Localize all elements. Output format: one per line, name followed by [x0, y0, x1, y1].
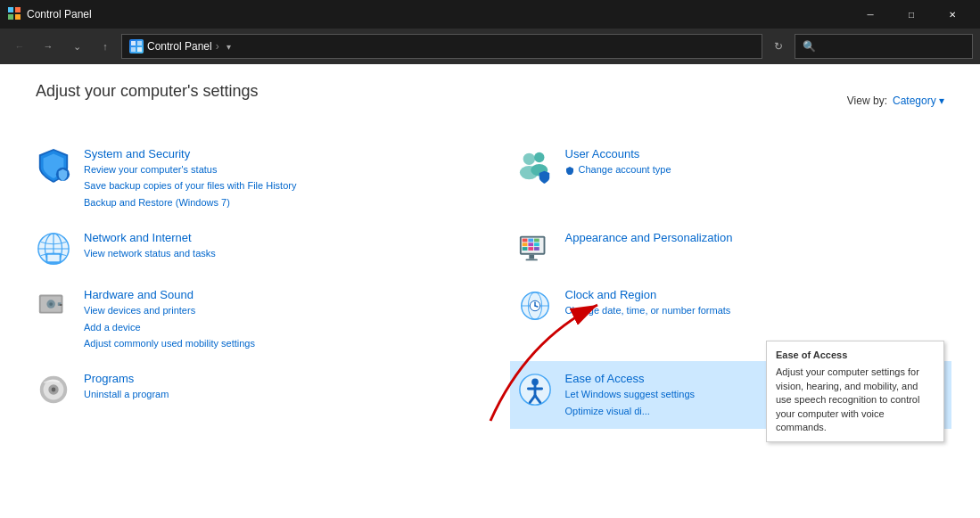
hardware-sound-title[interactable]: Hardware and Sound [84, 288, 255, 301]
category-system-security[interactable]: System and Security Review your computer… [36, 136, 464, 220]
svg-point-11 [534, 152, 544, 162]
svg-point-9 [523, 153, 534, 165]
svg-rect-4 [131, 41, 136, 45]
svg-rect-0 [8, 7, 13, 12]
ease-of-access-sub2[interactable]: Optimize visual di... [565, 405, 696, 418]
system-security-text: System and Security Review your computer… [84, 147, 296, 210]
search-icon: 🔍 [803, 40, 816, 53]
hardware-sound-sub1[interactable]: View devices and printers [84, 304, 255, 317]
svg-point-35 [49, 302, 53, 306]
svg-rect-5 [137, 41, 142, 45]
user-accounts-title[interactable]: User Accounts [565, 147, 671, 160]
network-internet-icon [36, 231, 71, 267]
ease-of-access-title[interactable]: Ease of Access [565, 372, 696, 385]
category-network-internet[interactable]: Network and Internet View network status… [36, 220, 464, 277]
tooltip-title: Ease of Access [776, 349, 935, 362]
hardware-sound-text: Hardware and Sound View devices and prin… [84, 288, 255, 350]
up-button[interactable]: ↑ [93, 34, 118, 59]
close-button[interactable]: ✕ [932, 0, 973, 29]
clock-region-title[interactable]: Clock and Region [565, 288, 731, 301]
ease-of-access-icon [517, 372, 553, 407]
svg-rect-2 [8, 14, 13, 20]
appearance-text: Appearance and Personalization [565, 231, 733, 244]
svg-rect-3 [15, 14, 21, 20]
view-by-label: View by: [847, 95, 887, 107]
svg-rect-26 [534, 243, 539, 247]
svg-rect-7 [137, 47, 142, 52]
address-text: Control Panel [147, 40, 212, 53]
view-by: View by: Category ▾ [847, 95, 944, 107]
programs-sub1[interactable]: Uninstall a program [84, 388, 169, 401]
view-by-value[interactable]: Category ▾ [893, 95, 944, 107]
svg-rect-29 [534, 247, 539, 251]
forward-button[interactable]: → [36, 34, 61, 59]
svg-rect-27 [522, 247, 527, 251]
svg-rect-30 [529, 255, 534, 259]
maximize-button[interactable]: □ [891, 0, 932, 29]
user-accounts-icon [517, 147, 553, 183]
ease-of-access-text: Ease of Access Let Windows suggest setti… [565, 372, 696, 418]
ease-of-access-sub1[interactable]: Let Windows suggest settings [565, 388, 696, 401]
refresh-button[interactable]: ↻ [766, 34, 791, 59]
hardware-sound-icon [36, 288, 71, 324]
title-bar: Control Panel ─ □ ✕ [0, 0, 980, 29]
minimize-button[interactable]: ─ [850, 0, 891, 29]
search-bar[interactable]: 🔍 [795, 34, 973, 59]
svg-rect-37 [60, 304, 62, 306]
header-row: Adjust your computer's settings View by:… [36, 82, 944, 119]
svg-point-47 [52, 388, 56, 392]
svg-rect-28 [528, 247, 533, 251]
svg-rect-25 [528, 243, 533, 247]
svg-rect-23 [534, 239, 539, 243]
svg-line-43 [535, 306, 538, 307]
system-security-icon [36, 147, 71, 183]
appearance-title[interactable]: Appearance and Personalization [565, 231, 733, 244]
appearance-icon [517, 231, 553, 267]
system-security-sub3[interactable]: Backup and Restore (Windows 7) [84, 196, 296, 210]
app-icon [7, 6, 21, 23]
network-internet-title[interactable]: Network and Internet [84, 231, 216, 244]
svg-rect-21 [522, 239, 527, 243]
programs-icon [36, 372, 71, 407]
window-controls: ─ □ ✕ [850, 0, 973, 29]
programs-title[interactable]: Programs [84, 372, 169, 385]
address-separator: › [216, 40, 219, 53]
system-security-title[interactable]: System and Security [84, 147, 296, 160]
address-icon [129, 39, 144, 53]
hardware-sound-sub3[interactable]: Adjust commonly used mobility settings [84, 337, 255, 350]
back-button[interactable]: ← [7, 34, 32, 59]
address-chevron: ▾ [226, 42, 231, 52]
svg-rect-24 [522, 243, 527, 247]
tooltip-body: Adjust your computer settings for vision… [776, 366, 935, 434]
network-internet-text: Network and Internet View network status… [84, 231, 216, 260]
ease-of-access-tooltip: Ease of Access Adjust your computer sett… [766, 341, 944, 442]
svg-rect-22 [528, 239, 533, 243]
user-accounts-sub1[interactable]: Change account type [565, 163, 671, 177]
category-programs[interactable]: Programs Uninstall a program [36, 361, 464, 429]
clock-region-text: Clock and Region Change date, time, or n… [565, 288, 731, 317]
page-title: Adjust your computer's settings [36, 82, 259, 101]
address-bar[interactable]: Control Panel › ▾ [121, 34, 762, 59]
category-user-accounts[interactable]: User Accounts Change account type [517, 136, 945, 220]
svg-rect-18 [47, 255, 59, 262]
clock-region-icon [517, 288, 553, 324]
main-content: Adjust your computer's settings View by:… [0, 64, 980, 518]
clock-region-sub1[interactable]: Change date, time, or number formats [565, 304, 731, 317]
svg-rect-1 [15, 7, 21, 12]
category-hardware-sound[interactable]: Hardware and Sound View devices and prin… [36, 277, 464, 361]
user-accounts-text: User Accounts Change account type [565, 147, 671, 177]
recent-button[interactable]: ⌄ [64, 34, 89, 59]
svg-rect-31 [525, 259, 537, 261]
network-internet-sub1[interactable]: View network status and tasks [84, 247, 216, 260]
window-title: Control Panel [27, 8, 850, 21]
system-security-sub2[interactable]: Save backup copies of your files with Fi… [84, 179, 296, 193]
hardware-sound-sub2[interactable]: Add a device [84, 321, 255, 334]
navigation-bar: ← → ⌄ ↑ Control Panel › ▾ ↻ 🔍 [0, 29, 980, 64]
svg-rect-6 [131, 47, 136, 52]
system-security-sub1[interactable]: Review your computer's status [84, 163, 296, 177]
category-appearance[interactable]: Appearance and Personalization [517, 220, 945, 277]
programs-text: Programs Uninstall a program [84, 372, 169, 401]
